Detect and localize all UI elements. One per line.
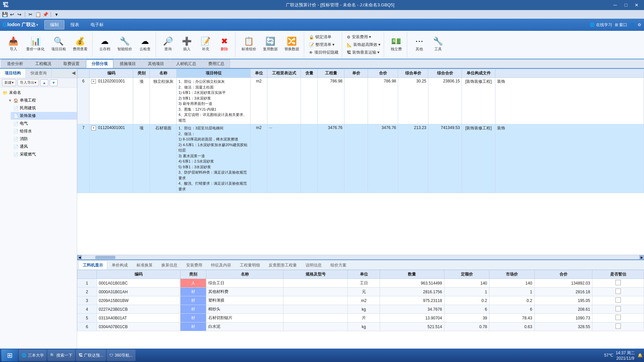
smart-price-button[interactable]: 🔧 智能组价 <box>115 32 135 56</box>
tree-hvac[interactable]: 📄 通风 <box>11 143 77 150</box>
tab-fee-settings[interactable]: 取费设置 <box>58 59 85 68</box>
estimate-checkbox[interactable] <box>615 323 621 329</box>
bottom-table-row[interactable]: 5 0313A40B01AT 材 石材切割锯片 片 13.90704 39 78… <box>77 314 644 322</box>
redo-icon[interactable]: ↪ <box>16 11 23 18</box>
close-button[interactable]: ✕ <box>632 1 641 9</box>
copy-icon[interactable]: 📋 <box>35 11 41 18</box>
tools-button[interactable]: 🔧 工具 <box>429 32 447 56</box>
tab-fee-summary[interactable]: 费用汇总 <box>203 59 230 68</box>
move-down-button[interactable]: ▼ <box>50 79 58 86</box>
bottom-table-row[interactable]: 2 0000A31B01AH 材 其他材料费 元 2816.1756 1 1 2… <box>77 288 644 296</box>
minimize-button[interactable]: ─ <box>610 1 620 9</box>
tree-electrical[interactable]: 📄 电气 <box>11 120 77 127</box>
scroll-right-button[interactable]: ▶ <box>639 255 644 260</box>
estimate-checkbox[interactable] <box>615 306 621 311</box>
horizontal-scrollbar[interactable]: ◀ ▶ <box>77 255 644 259</box>
row-code-7[interactable]: + 011204001001 <box>90 124 133 193</box>
replace-data-button[interactable]: 🔀 替换数据 <box>282 32 302 56</box>
tree-plumbing[interactable]: 📄 给排水 <box>11 127 77 135</box>
bottom-tab-standard-convert[interactable]: 标准换算 <box>132 261 157 269</box>
reuse-data-button[interactable]: 🔄 复用数据 <box>260 32 280 56</box>
menu-electronic[interactable]: 电子标 <box>85 20 109 29</box>
tree-decoration[interactable]: 📄 装饰装修 <box>11 112 77 120</box>
left-tab-project[interactable]: 项目结构 <box>0 69 26 78</box>
tab-labor-material[interactable]: 人材机汇总 <box>170 59 202 68</box>
expand-btn-6[interactable]: + <box>91 79 96 84</box>
decor-super-high-button[interactable]: 📐 装饰超高降效 ▾ <box>345 41 382 48</box>
bottom-tab-convert-info[interactable]: 换算信息 <box>157 261 182 269</box>
tab-measures[interactable]: 措施项目 <box>114 59 142 68</box>
bottom-tab-back-query[interactable]: 反查图形工程量 <box>264 261 301 269</box>
bottom-table-row[interactable]: 3 0209A15B01BW 材 塑料薄膜 m2 975.23118 0.2 0… <box>77 296 644 305</box>
cost-view-button[interactable]: 💰 费用查看 <box>70 32 90 56</box>
window-menu[interactable]: ⊞ 窗口 <box>615 22 627 28</box>
tab-other-items[interactable]: 其他项目 <box>142 59 170 68</box>
bottom-tab-install-fee[interactable]: 安装费用 <box>182 261 207 269</box>
collapse-panel-button[interactable]: ◀ <box>70 69 77 78</box>
menu-report[interactable]: 报表 <box>65 20 85 29</box>
estimate-checkbox[interactable] <box>615 315 621 320</box>
tree-fire[interactable]: 📄 消防 <box>11 135 77 143</box>
bottom-tab-price-composition[interactable]: 单价构成 <box>107 261 132 269</box>
tree-root[interactable]: 📁 未命名 <box>0 89 77 97</box>
estimate-checkbox[interactable] <box>615 289 621 294</box>
new-item-button[interactable]: 新建▾ <box>2 79 16 86</box>
import-export-button[interactable]: 导入导出▾ <box>17 79 39 86</box>
estimate-checkbox[interactable] <box>615 297 621 303</box>
expand-btn-7[interactable]: + <box>91 126 96 130</box>
taskbar-search[interactable]: 🔍 搜索一下 <box>47 350 75 361</box>
window-controls[interactable]: ─ □ ✕ <box>610 1 641 9</box>
taskbar-glodon[interactable]: 🏗 广联达预... <box>76 350 106 361</box>
bottom-table-row[interactable]: 4 0227A23B01CB 材 棉纱头 kg 34.7676 6 6 208.… <box>77 305 644 314</box>
tab-project-overview[interactable]: 工程概况 <box>30 59 57 68</box>
hide-feature-button[interactable]: 👁 项目特征隐藏 <box>307 49 340 56</box>
move-up-button[interactable]: ▲ <box>40 79 48 86</box>
independent-fee-button[interactable]: 💵 独立费 <box>387 32 405 56</box>
estimate-checkbox[interactable] <box>615 280 621 285</box>
organize-list-button[interactable]: 📝 整理清单 ▾ <box>307 41 340 48</box>
bottom-tab-pricing-plan[interactable]: 组价方案 <box>326 261 351 269</box>
standard-price-button[interactable]: 📋 标准组价 <box>239 32 259 56</box>
tab-sections[interactable]: 分部分项 <box>86 59 113 68</box>
table-row[interactable]: 6 + 011202001001 项 独立柱抹灰 1、部位：办公区独立柱抹灰 2… <box>77 78 644 124</box>
undo-icon[interactable]: ↩ <box>9 11 15 18</box>
maximize-button[interactable]: □ <box>621 1 631 9</box>
save-icon[interactable]: 💾 <box>1 11 8 18</box>
bottom-table-row[interactable]: 1 0001A01B01BC 人 综合工日 工日 963.514499 140 … <box>77 279 644 288</box>
cloud-check-button[interactable]: ☁ 云检查 <box>136 32 154 56</box>
main-table-wrap[interactable]: 编码 类别 名称 项目特征 单位 工程里表达式 含量 工程量 单价 合价 综合单… <box>77 69 644 255</box>
cut-icon[interactable]: ✂ <box>27 11 34 18</box>
import-button[interactable]: 📥 导入 <box>5 32 22 56</box>
bottom-tab-qty-detail[interactable]: 工程量明细 <box>235 261 264 269</box>
install-fee-button[interactable]: ⚙ 安装费用 ▾ <box>345 34 382 41</box>
more-icon[interactable]: ▾ <box>53 11 60 18</box>
table-row[interactable]: 7 + 011204001001 项 石材墙面 1、部位：3层至31层电梯间 2… <box>77 124 644 193</box>
scrollbar-thumb[interactable] <box>95 256 115 259</box>
tab-cost-analysis[interactable]: 造价分析 <box>1 59 29 68</box>
bottom-table-wrap[interactable]: 编码 类别 名称 规格及型号 单位 数量 定额价 市场价 合价 是否暂估 <box>77 270 644 353</box>
settings-menu[interactable]: ⚙ <box>638 22 641 27</box>
project-inspect-button[interactable]: 🔍 项目目检 <box>49 32 69 56</box>
bottom-tab-labor-material[interactable]: 工料机显示 <box>78 261 107 269</box>
row-code-6[interactable]: + 011202001001 <box>90 78 133 124</box>
lock-list-button[interactable]: 🔒 锁定清单 <box>307 34 340 41</box>
bottom-tab-feature-content[interactable]: 特征及内容 <box>207 261 235 269</box>
tree-heating[interactable]: 📄 采暖燃气 <box>11 150 77 158</box>
user-menu[interactable]: 👤 <box>630 22 635 27</box>
bottom-tab-description[interactable]: 说明信息 <box>301 261 326 269</box>
left-tab-quick[interactable]: 快速查询 <box>26 69 52 78</box>
tree-civil[interactable]: 📄 民用建筑 <box>11 104 77 112</box>
insert-button[interactable]: ➕ 插入 <box>178 32 196 56</box>
query-button[interactable]: 🔎 查询 <box>159 32 177 56</box>
cloud-archive-button[interactable]: ☁ 云存档 <box>96 32 113 56</box>
taskbar-360[interactable]: 🛡 360导航... <box>107 350 136 361</box>
delete-button[interactable]: ✖ 删除 <box>216 32 233 56</box>
taskbar-ie[interactable]: 🌐 三本大学 <box>19 350 47 361</box>
bottom-table-row[interactable]: 6 0304A07B01CB 材 白水泥 kg 521.514 0.78 0.6… <box>77 322 644 331</box>
supplement-button[interactable]: 📝 补充 <box>197 32 214 56</box>
other-button[interactable]: ⋯ 其他 <box>411 32 428 56</box>
paste-icon[interactable]: 📌 <box>42 11 49 18</box>
scroll-left-button[interactable]: ◀ <box>77 255 82 260</box>
integrated-price-button[interactable]: 📊 量价一体化 <box>23 32 47 56</box>
menu-edit[interactable]: 编制 <box>44 20 64 29</box>
